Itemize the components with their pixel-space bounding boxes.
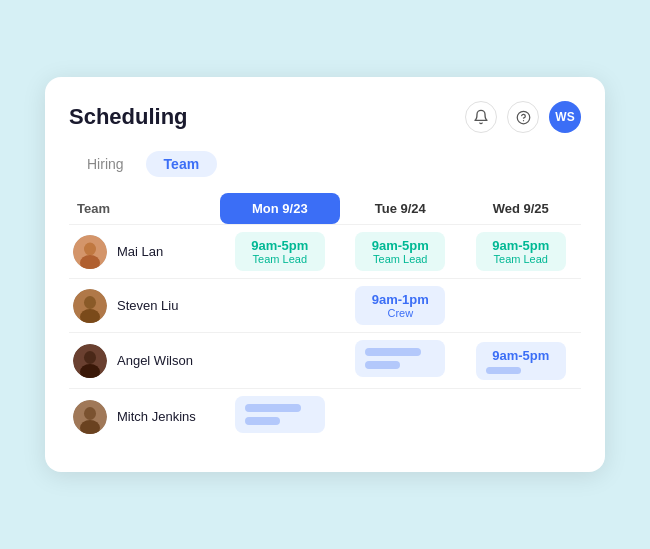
svg-point-12 — [84, 407, 96, 420]
skeleton-bar — [245, 417, 280, 425]
col-wed: Wed 9/25 — [461, 193, 581, 224]
scheduling-card: Scheduling WS Hiring Team — [45, 77, 605, 472]
user-avatar[interactable]: WS — [549, 101, 581, 133]
tab-team[interactable]: Team — [146, 151, 218, 177]
person-name: Angel Wilson — [117, 353, 193, 368]
svg-point-6 — [84, 296, 96, 309]
table-row: Mai Lan 9am-5pm Team Lead 9am-5pm Team L… — [69, 224, 581, 278]
person-name: Mai Lan — [117, 244, 163, 259]
shift-cell — [461, 278, 581, 332]
shift-block: 9am-5pm Team Lead — [476, 232, 566, 271]
table-row: Angel Wilson 9am-5pm — [69, 332, 581, 388]
shift-block: 9am-5pm — [476, 342, 566, 380]
table-row: Mitch Jenkins — [69, 388, 581, 444]
person-cell: Steven Liu — [73, 289, 216, 323]
bell-icon[interactable] — [465, 101, 497, 133]
shift-cell: 9am-5pm Team Lead — [220, 224, 340, 278]
help-icon[interactable] — [507, 101, 539, 133]
tabs: Hiring Team — [69, 151, 581, 177]
shift-block: 9am-1pm Crew — [355, 286, 445, 325]
person-cell: Angel Wilson — [73, 344, 216, 378]
svg-point-3 — [84, 242, 96, 255]
person-name: Mitch Jenkins — [117, 409, 196, 424]
shift-cell — [220, 332, 340, 388]
tab-hiring[interactable]: Hiring — [69, 151, 142, 177]
shift-role: Crew — [365, 307, 435, 319]
person-cell: Mai Lan — [73, 235, 216, 269]
shift-cell: 9am-5pm — [461, 332, 581, 388]
skeleton-bar — [365, 348, 421, 356]
col-tue: Tue 9/24 — [340, 193, 460, 224]
shift-cell: 9am-5pm Team Lead — [340, 224, 460, 278]
shift-block: 9am-5pm Team Lead — [235, 232, 325, 271]
shift-role: Team Lead — [245, 253, 315, 265]
avatar — [73, 344, 107, 378]
shift-role: Team Lead — [365, 253, 435, 265]
col-team: Team — [69, 193, 220, 224]
shift-time: 9am-1pm — [365, 292, 435, 307]
shift-time: 9am-5pm — [245, 238, 315, 253]
avatar — [73, 289, 107, 323]
shift-cell: 9am-5pm Team Lead — [461, 224, 581, 278]
shift-role: Team Lead — [486, 253, 556, 265]
person-name: Steven Liu — [117, 298, 178, 313]
person-cell: Mitch Jenkins — [73, 400, 216, 434]
shift-cell: 9am-1pm Crew — [340, 278, 460, 332]
shift-cell — [220, 388, 340, 444]
avatar — [73, 235, 107, 269]
skeleton-bar — [245, 404, 301, 412]
shift-cell — [220, 278, 340, 332]
avatar — [73, 400, 107, 434]
shift-cell — [340, 332, 460, 388]
page-title: Scheduling — [69, 104, 188, 130]
shift-time: 9am-5pm — [486, 238, 556, 253]
shift-block: 9am-5pm Team Lead — [355, 232, 445, 271]
skeleton-bar — [365, 361, 400, 369]
svg-point-9 — [84, 351, 96, 364]
header: Scheduling WS — [69, 101, 581, 133]
skeleton-bar — [486, 367, 521, 374]
shift-time: 9am-5pm — [486, 348, 556, 363]
shift-time: 9am-5pm — [365, 238, 435, 253]
col-mon: Mon 9/23 — [220, 193, 340, 224]
header-icons: WS — [465, 101, 581, 133]
table-row: Steven Liu 9am-1pm Crew — [69, 278, 581, 332]
schedule-table: Team Mon 9/23 Tue 9/24 Wed 9/25 — [69, 193, 581, 444]
skeleton-block — [355, 340, 445, 377]
shift-cell — [461, 388, 581, 444]
shift-cell — [340, 388, 460, 444]
skeleton-block — [235, 396, 325, 433]
